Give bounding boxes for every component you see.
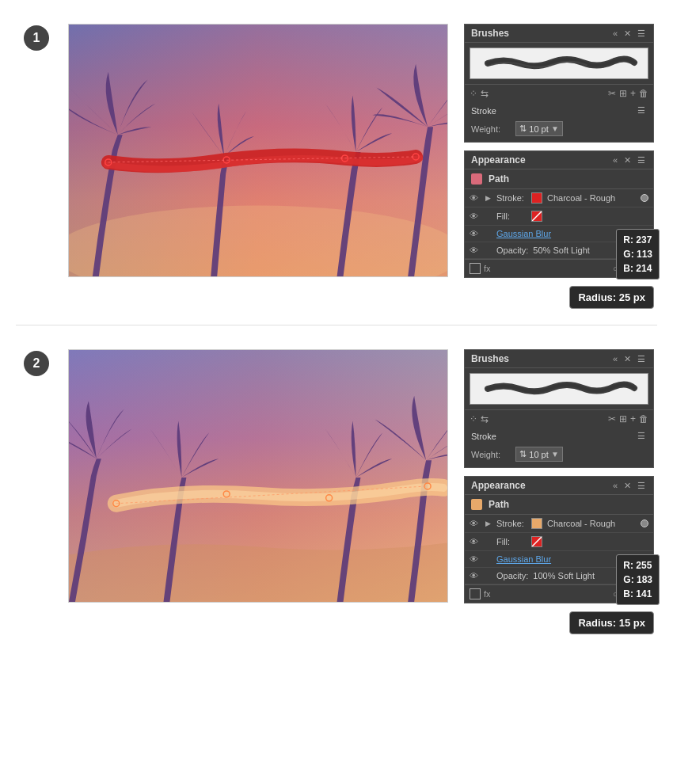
stroke-menu-1[interactable]: ☰: [636, 105, 647, 116]
brushes-controls-1: « ✕ ☰: [611, 29, 647, 39]
brush-icon-1: ⁘: [470, 88, 477, 99]
brushes-double-arrow-1[interactable]: «: [611, 29, 619, 38]
stroke-handle-2[interactable]: [641, 519, 648, 527]
brush-toolbar-2: ⁘ ⇆ ✂ ⊞ + 🗑: [465, 409, 653, 428]
stroke-label-2[interactable]: Stroke: [471, 432, 496, 441]
brushes-close-1[interactable]: ✕: [622, 29, 633, 39]
brushes-double-arrow-2[interactable]: «: [611, 354, 619, 363]
expand-stroke-1[interactable]: ▶: [485, 194, 492, 202]
color-tooltip-2: R: 255 G: 183 B: 141: [616, 554, 660, 605]
brush-toolbar-1: ⁘ ⇆ ✂ ⊞ + 🗑: [465, 84, 653, 102]
step-number-2: 2: [24, 351, 49, 376]
brushes-controls-2: « ✕ ☰: [611, 354, 647, 364]
stroke-swatch-2: [531, 518, 542, 529]
appearance-title-2: Appearance: [471, 480, 526, 491]
brushes-menu-1[interactable]: ☰: [636, 29, 647, 39]
weight-label-1: Weight:: [471, 124, 511, 134]
section-1: 1: [0, 0, 673, 325]
weight-input-1[interactable]: ⇅ 10 pt ▼: [515, 121, 563, 136]
brushes-menu-2[interactable]: ☰: [636, 354, 647, 364]
brush-icon-add[interactable]: +: [630, 88, 636, 99]
appearance-controls-2: « ✕ ☰: [611, 481, 647, 491]
brush-icon-2b: ⇆: [481, 413, 489, 424]
brush-icon-2: ⇆: [481, 88, 489, 99]
eye-opacity-1[interactable]: 👁: [470, 245, 481, 255]
path-row-2: Path: [465, 495, 653, 515]
fill-swatch-1: [531, 211, 542, 222]
appearance-double-arrow-1[interactable]: «: [611, 155, 619, 165]
path-label-1: Path: [489, 173, 509, 185]
step-number-1: 1: [24, 25, 49, 51]
stroke-row-1: 👁 ▶ Stroke: Charcoal - Rough R: 237 G: 1…: [465, 189, 653, 207]
weight-stepper-2[interactable]: ⇅: [519, 449, 527, 459]
eye-blur-2[interactable]: 👁: [470, 554, 481, 564]
section-2: 2: [0, 325, 673, 650]
eye-fill-1[interactable]: 👁: [470, 211, 481, 221]
expand-stroke-2[interactable]: ▶: [485, 519, 492, 527]
fill-row-label-2: Fill:: [496, 537, 527, 546]
brushes-panel-1: Brushes « ✕ ☰ ⁘ ⇆ ✂ ⊞ +: [464, 24, 654, 143]
svg-line-16: [532, 537, 542, 546]
brushes-close-2[interactable]: ✕: [622, 354, 633, 364]
appearance-titlebar-1: Appearance « ✕ ☰: [465, 151, 653, 169]
stroke-menu-2[interactable]: ☰: [636, 431, 647, 441]
brush-icon-add-2[interactable]: +: [630, 413, 636, 424]
appearance-title-1: Appearance: [471, 154, 526, 166]
brush-icon-grid[interactable]: ⊞: [619, 88, 627, 99]
appearance-menu-2[interactable]: ☰: [636, 481, 647, 491]
fx-icon-1[interactable]: fx: [484, 264, 491, 273]
path-color-2: [471, 499, 482, 510]
weight-dropdown-2[interactable]: ▼: [551, 450, 559, 459]
fill-row-label-1: Fill:: [496, 211, 527, 221]
brush-icon-delete[interactable]: 🗑: [639, 88, 648, 99]
stroke-label-1[interactable]: Stroke: [471, 106, 496, 116]
color-r-1: R: 237: [623, 233, 652, 247]
stroke-header-2: Stroke ☰: [471, 431, 647, 441]
brush-preview-1: [470, 48, 648, 79]
fill-row-2: 👁 Fill:: [465, 533, 653, 551]
appearance-panel-1: Appearance « ✕ ☰ Path 👁 ▶ Stroke: Charco…: [464, 150, 654, 278]
stroke-text-1: Charcoal - Rough: [547, 193, 636, 203]
brushes-titlebar-1: Brushes « ✕ ☰: [465, 25, 653, 43]
color-b-2: B: 141: [623, 587, 652, 601]
brushes-panel-2: Brushes « ✕ ☰ ⁘ ⇆ ✂ ⊞ + 🗑: [464, 349, 654, 468]
appearance-close-1[interactable]: ✕: [622, 155, 633, 166]
weight-stepper-1[interactable]: ⇅: [519, 124, 527, 134]
appearance-panel-2: Appearance « ✕ ☰ Path 👁 ▶ Stroke: Charco…: [464, 476, 654, 603]
blur-label-2[interactable]: Gaussian Blur: [496, 554, 636, 564]
appearance-double-arrow-2[interactable]: «: [611, 481, 619, 490]
stroke-row-label-2: Stroke:: [496, 519, 527, 528]
canvas-2: [68, 349, 448, 603]
stroke-text-2: Charcoal - Rough: [547, 519, 636, 528]
weight-value-2: 10 pt: [529, 450, 548, 459]
color-tooltip-1: R: 237 G: 113 B: 214: [616, 229, 660, 280]
brush-icon-grid-2[interactable]: ⊞: [619, 413, 627, 424]
brush-icon-scissors[interactable]: ✂: [608, 88, 616, 99]
stroke-handle-1[interactable]: [641, 194, 648, 202]
stroke-header-1: Stroke ☰: [471, 105, 647, 116]
weight-value-1: 10 pt: [529, 124, 548, 134]
stroke-row-2: 👁 ▶ Stroke: Charcoal - Rough R: 255 G: 1…: [465, 515, 653, 533]
brush-icon-delete-2[interactable]: 🗑: [639, 413, 648, 424]
brushes-titlebar-2: Brushes « ✕ ☰: [465, 350, 653, 368]
brush-icon-scissors-2[interactable]: ✂: [608, 413, 616, 424]
weight-dropdown-1[interactable]: ▼: [551, 124, 559, 133]
panels-section-2: Brushes « ✕ ☰ ⁘ ⇆ ✂ ⊞ + 🗑: [464, 349, 654, 634]
fill-row-1: 👁 Fill:: [465, 207, 653, 226]
fx-icon-2[interactable]: fx: [484, 589, 491, 599]
eye-fill-2[interactable]: 👁: [470, 537, 481, 546]
footer-square-2: [470, 588, 481, 599]
color-g-2: G: 183: [623, 573, 652, 587]
path-color-1: [471, 173, 482, 185]
appearance-titlebar-2: Appearance « ✕ ☰: [465, 477, 653, 495]
brush-icon-2a: ⁘: [470, 413, 477, 424]
eye-stroke-2[interactable]: 👁: [470, 519, 481, 528]
blur-label-1[interactable]: Gaussian Blur: [496, 229, 636, 238]
weight-input-2[interactable]: ⇅ 10 pt ▼: [515, 447, 563, 462]
color-r-2: R: 255: [623, 558, 652, 573]
appearance-menu-1[interactable]: ☰: [636, 155, 647, 166]
eye-blur-1[interactable]: 👁: [470, 229, 481, 238]
eye-opacity-2[interactable]: 👁: [470, 571, 481, 580]
eye-stroke-1[interactable]: 👁: [470, 193, 481, 203]
appearance-close-2[interactable]: ✕: [622, 481, 633, 491]
